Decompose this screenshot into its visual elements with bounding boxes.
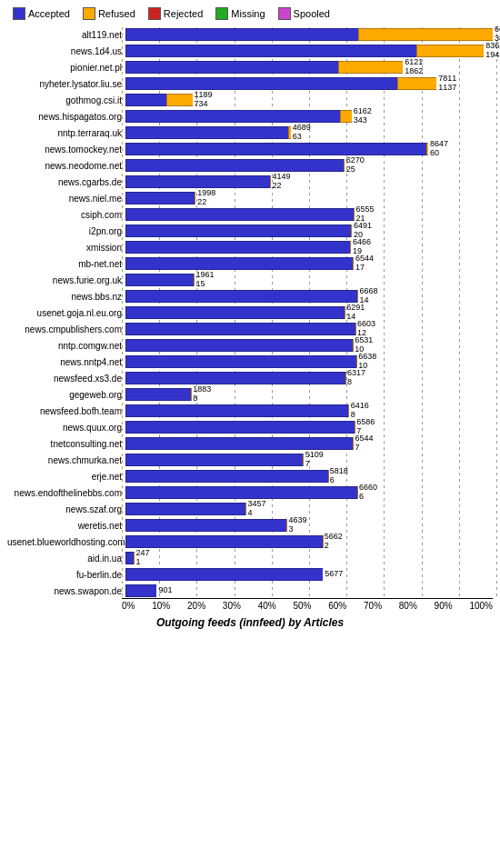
bar-label: news.hispagatos.org <box>7 112 125 122</box>
x-axis-label: 100% <box>469 601 493 611</box>
legend-accepted-color <box>13 7 25 20</box>
bar-annotation: 5677 <box>323 568 343 581</box>
bar-value-refused: 22 <box>197 198 215 207</box>
bar-value-refused: 2 <box>325 542 343 551</box>
bar-annotation: 655521 <box>355 208 375 221</box>
legend-spooled: Spooled <box>278 7 330 20</box>
x-axis-label: 20% <box>187 601 205 611</box>
bar-value-refused: 6 <box>330 476 348 485</box>
bar-label: news.neodome.net <box>7 161 125 171</box>
bar-annotation: 627025 <box>345 159 365 172</box>
bar-annotation: 58186 <box>328 470 348 483</box>
bar-track: 649120 <box>125 224 493 237</box>
bar-track: 66606 <box>125 486 493 499</box>
bar-track: 655521 <box>125 208 493 221</box>
x-axis-label: 0% <box>122 601 135 611</box>
bar-segment-accepted <box>125 355 356 368</box>
bar-row: usenet.blueworldhosting.com56622 <box>7 534 493 549</box>
bar-track: 65447 <box>125 437 493 450</box>
bar-label: pionier.net.pl <box>7 63 125 73</box>
bar-segment-accepted <box>125 94 166 106</box>
bar-segment-refused <box>340 110 352 123</box>
bar-annotation: 649120 <box>352 224 372 237</box>
x-axis-label: 70% <box>364 601 382 611</box>
bar-segment-accepted <box>125 470 328 483</box>
bar-track: 61211862 <box>125 61 493 74</box>
bar-track: 65867 <box>125 421 493 434</box>
bar-annotation: 63178 <box>345 372 365 384</box>
bar-label: alt119.net <box>7 30 125 40</box>
bar-segment-accepted <box>125 519 286 532</box>
bar-row: gegeweb.org18838 <box>7 387 493 402</box>
bar-track: 63178 <box>125 372 493 384</box>
bar-row: weretis.net46393 <box>7 518 493 533</box>
bar-segment-accepted <box>125 290 357 303</box>
bar-track: 83621945 <box>125 45 493 57</box>
bar-annotation: 6162343 <box>352 110 372 123</box>
bar-annotation: 468963 <box>291 126 311 139</box>
bar-label: usenet.blueworldhosting.com <box>7 537 125 547</box>
bar-row: news.cgarbs.de414922 <box>7 175 493 189</box>
bar-label: news.1d4.us <box>7 46 125 56</box>
x-axis-label: 80% <box>399 601 417 611</box>
bar-track: 34574 <box>125 503 493 515</box>
bar-value-refused: 1862 <box>405 67 423 76</box>
bar-track: 56622 <box>125 535 493 548</box>
bar-segment-accepted <box>125 224 351 237</box>
bar-annotation: 56622 <box>323 535 343 548</box>
bar-value-refused: 343 <box>354 116 372 125</box>
bar-annotation: 660312 <box>355 323 375 335</box>
bar-row: news.niel.me199822 <box>7 191 493 205</box>
bar-value-refused: 4 <box>247 509 265 518</box>
bar-track: 1189734 <box>125 94 493 106</box>
bar-segment-accepted <box>125 159 344 172</box>
bar-row: nyheter.lysator.liu.se78111137 <box>7 76 493 91</box>
bar-annotation: 1189734 <box>193 94 213 106</box>
bar-track: 663810 <box>125 355 493 368</box>
legend-refused-color <box>83 7 95 20</box>
bar-label: news.swapon.de <box>7 586 125 596</box>
bar-row: usenet.goja.nl.eu.org629114 <box>7 305 493 320</box>
bar-value-refused: 63 <box>293 133 311 142</box>
bar-value-refused: 17 <box>355 264 374 273</box>
bar-annotation: 66606 <box>357 486 377 499</box>
bar-segment-accepted <box>125 404 348 417</box>
bar-annotation: 18838 <box>191 388 211 401</box>
bar-label: tnetconsulting.net <box>7 439 125 449</box>
bar-label: news.bbs.nz <box>7 292 125 302</box>
bar-value-refused: 8 <box>347 378 365 387</box>
bar-segment-accepted <box>125 274 194 286</box>
bar-row: newsfeed.bofh.team64168 <box>7 404 493 418</box>
bar-row: fu-berlin.de5677 <box>7 567 493 582</box>
bar-label: news.quux.org <box>7 423 125 433</box>
x-axis-line <box>122 598 493 599</box>
bar-segment-accepted <box>125 503 245 515</box>
bar-segment-accepted <box>125 372 345 384</box>
bar-segment-accepted <box>125 143 426 155</box>
bar-value-refused: 1 <box>135 558 149 567</box>
bar-annotation: 666814 <box>358 290 378 303</box>
bar-annotation: 864760 <box>428 143 448 155</box>
bar-value-refused: 6 <box>359 493 377 502</box>
legend-accepted: Accepted <box>13 7 70 20</box>
bar-label: news.szaf.org <box>7 504 125 514</box>
bar-row: nntp.terraraq.uk468963 <box>7 125 493 140</box>
legend: Accepted Refused Rejected Missing Spoole… <box>4 7 496 20</box>
bar-annotation: 61211862 <box>403 61 423 74</box>
bar-track: 901 <box>125 584 493 597</box>
bar-row: erje.net58186 <box>7 469 493 484</box>
bar-track: 629114 <box>125 306 493 319</box>
chart-area: alt119.net66823880news.1d4.us83621945pio… <box>4 27 496 598</box>
bar-label: fu-berlin.de <box>7 570 125 580</box>
bar-segment-accepted <box>125 110 340 123</box>
bar-annotation: 663810 <box>356 355 376 368</box>
bar-label: nntp.comgw.net <box>7 341 125 351</box>
bar-segment-accepted <box>125 323 355 335</box>
bar-segment-accepted <box>125 306 345 319</box>
bar-row: news.quux.org65867 <box>7 420 493 434</box>
bar-segment-accepted <box>125 535 323 548</box>
bar-label: news.cmpublishers.com <box>7 324 125 334</box>
bar-segment-accepted <box>125 584 156 597</box>
bar-segment-accepted <box>125 421 355 434</box>
bar-annotation: 64168 <box>349 404 369 417</box>
